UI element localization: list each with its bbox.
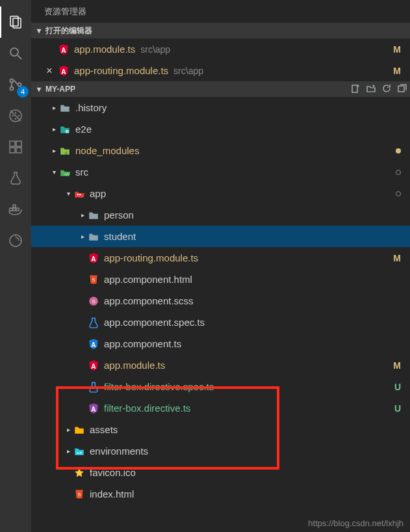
item-label: e2e xyxy=(75,124,92,135)
git-dot xyxy=(396,170,401,175)
folder-item[interactable]: environments xyxy=(31,440,410,462)
svg-text:A: A xyxy=(91,405,96,412)
open-editor-item[interactable]: × A app-routing.module.ts src\app M xyxy=(31,60,410,81)
chevron-down-icon xyxy=(34,85,44,94)
chevron-right-icon xyxy=(49,147,58,154)
file-item[interactable]: 5 index.html xyxy=(31,483,410,505)
file-icon: S xyxy=(87,295,100,308)
folder-icon xyxy=(73,423,86,436)
item-label: app xyxy=(90,188,106,199)
git-status: M xyxy=(393,66,401,76)
git-dot xyxy=(396,148,401,153)
chevron-right-icon xyxy=(64,447,73,455)
file-icon xyxy=(87,380,100,393)
file-icon xyxy=(87,316,100,329)
new-file-icon[interactable] xyxy=(350,83,361,96)
svg-text:A: A xyxy=(61,46,66,53)
file-item[interactable]: A app.module.tsM xyxy=(31,354,410,376)
git-status: U xyxy=(394,403,401,414)
folder-item[interactable]: student xyxy=(31,226,410,247)
file-item[interactable]: 5 app.component.html xyxy=(31,269,410,290)
scm-badge: 4 xyxy=(17,86,29,98)
folder-item[interactable]: .history xyxy=(31,97,410,118)
svg-text:</>: </> xyxy=(64,172,70,176)
file-item[interactable]: A filter-box.directive.tsU xyxy=(31,397,410,419)
folder-item[interactable]: assets xyxy=(31,419,410,440)
refresh-icon[interactable] xyxy=(381,83,392,96)
svg-rect-19 xyxy=(352,85,357,92)
folder-icon: </> xyxy=(58,166,71,179)
svg-rect-20 xyxy=(398,86,404,92)
folder-header[interactable]: MY-APP xyxy=(31,81,410,97)
file-icon: 5 xyxy=(73,488,86,501)
chevron-right-icon xyxy=(78,233,87,240)
extensions-tab[interactable] xyxy=(0,131,31,163)
svg-text:A: A xyxy=(91,362,96,369)
folder-item[interactable]: app xyxy=(31,183,410,204)
svg-line-3 xyxy=(18,55,21,59)
item-label: index.html xyxy=(90,488,134,499)
open-editor-item[interactable]: A app.module.ts src\app M xyxy=(31,38,410,60)
chevron-down-icon xyxy=(34,26,44,35)
panel-title: 资源管理器 xyxy=(31,0,410,23)
item-label: src xyxy=(75,166,88,178)
svg-point-4 xyxy=(10,79,14,83)
item-label: .history xyxy=(75,102,107,113)
docker-tab[interactable] xyxy=(0,194,31,225)
open-editors-list: A app.module.ts src\app M × A app-routin… xyxy=(31,38,410,81)
svg-text:A: A xyxy=(61,68,66,75)
item-label: environments xyxy=(90,446,148,457)
scm-tab[interactable]: 4 xyxy=(0,69,31,100)
file-path: src\app xyxy=(173,66,203,76)
item-label: favicon.ico xyxy=(90,467,136,478)
file-item[interactable]: filter-box.directive.spec.tsU xyxy=(31,376,410,397)
svg-text:S: S xyxy=(92,299,95,304)
search-tab[interactable] xyxy=(0,38,31,69)
svg-rect-24 xyxy=(77,194,79,195)
svg-text:{}: {} xyxy=(65,150,68,154)
close-icon[interactable]: × xyxy=(44,65,55,77)
explorer-tab[interactable] xyxy=(0,7,31,38)
file-icon: A xyxy=(87,252,100,265)
file-icon: 5 xyxy=(87,273,100,286)
folder-item[interactable]: {} node_modules xyxy=(31,140,410,161)
file-icon: A xyxy=(87,402,100,415)
svg-rect-12 xyxy=(10,208,12,211)
file-path: src\app xyxy=(140,44,170,55)
debug-tab[interactable] xyxy=(0,100,31,131)
folder-item[interactable]: </> src xyxy=(31,161,410,183)
svg-rect-10 xyxy=(10,148,15,153)
file-item[interactable]: S app.component.scss xyxy=(31,290,410,312)
git-status: U xyxy=(394,382,401,392)
file-item[interactable]: favicon.ico xyxy=(31,462,410,483)
file-item[interactable]: app.component.spec.ts xyxy=(31,312,410,333)
git-status: M xyxy=(393,360,401,371)
test-tab[interactable] xyxy=(0,163,31,194)
live-tab[interactable] xyxy=(0,225,31,256)
svg-rect-25 xyxy=(79,194,81,195)
file-item[interactable]: A app.component.ts xyxy=(31,333,410,354)
new-folder-icon[interactable] xyxy=(366,83,376,96)
collapse-icon[interactable] xyxy=(397,83,407,96)
chevron-right-icon xyxy=(78,211,87,219)
watermark: https://blog.csdn.net/lxhjh xyxy=(308,518,404,528)
svg-rect-14 xyxy=(16,208,19,211)
svg-text:5: 5 xyxy=(78,492,81,498)
item-label: app.component.spec.ts xyxy=(104,317,205,328)
folder-item[interactable]: e2e xyxy=(31,118,410,140)
folder-icon xyxy=(87,230,100,243)
svg-text:5: 5 xyxy=(92,277,96,283)
svg-rect-11 xyxy=(16,148,21,153)
chevron-right-icon xyxy=(49,104,58,111)
file-icon: A xyxy=(87,338,100,351)
explorer-panel: 资源管理器 打开的编辑器 A app.module.ts src\app M ×… xyxy=(31,0,410,532)
file-item[interactable]: A app-routing.module.tsM xyxy=(31,247,410,269)
git-status: M xyxy=(393,44,401,55)
open-editors-header[interactable]: 打开的编辑器 xyxy=(31,23,410,38)
svg-point-16 xyxy=(10,235,21,246)
svg-point-2 xyxy=(10,48,18,56)
folder-item[interactable]: person xyxy=(31,204,410,226)
file-icon: A xyxy=(87,359,100,372)
file-icon: A xyxy=(57,43,70,56)
item-label: filter-box.directive.spec.ts xyxy=(104,381,214,392)
